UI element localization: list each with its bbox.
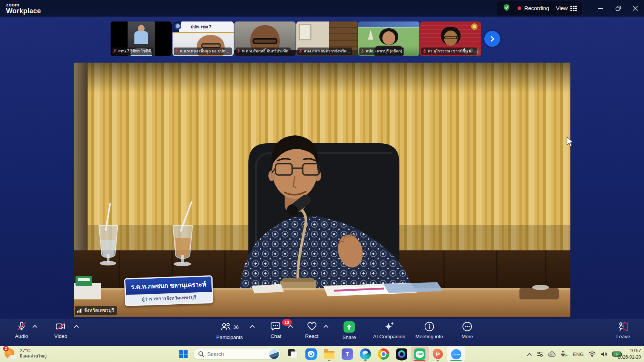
- windows-logo-icon: [179, 350, 188, 359]
- edge-button[interactable]: [356, 347, 374, 362]
- chat-icon: [271, 321, 281, 331]
- participant-name: พ.ต.ท.สัมฤทธิ์ จันทร์ประทัด: [242, 48, 288, 54]
- task-view-icon: [287, 348, 299, 360]
- task-view-button[interactable]: [284, 347, 302, 362]
- meeting-info-label: Meeting info: [415, 334, 443, 339]
- participant-thumbnail[interactable]: สทน.7 ฐิติพร โชติดี: [111, 21, 172, 56]
- participants-options-caret[interactable]: [250, 325, 255, 328]
- leave-button[interactable]: Leave: [616, 321, 630, 339]
- participant-filmstrip: สทน.7 ฐิติพร โชติดี ปปท. เขต 7 พ.ต.ท.ทนง…: [111, 21, 481, 56]
- speaker-icon[interactable]: [601, 351, 607, 357]
- quick-settings-icon[interactable]: [537, 351, 543, 357]
- line-button[interactable]: LINE: [411, 347, 429, 362]
- share-label: Share: [342, 334, 356, 340]
- more-button[interactable]: More: [462, 321, 473, 339]
- more-label: More: [462, 334, 473, 339]
- mic-muted-icon: [175, 49, 179, 53]
- weather-temperature: 27°C: [20, 348, 46, 354]
- windows-taskbar: 2 27°C มีแดดส่วนใหญ่ O: [0, 346, 644, 362]
- mic-muted-icon: [237, 49, 241, 53]
- react-options-caret[interactable]: [324, 325, 328, 328]
- speaker-nameplate: ร.ต.ท.ภพชนก ชลานุเคราะห์ ผู้ว่าราชการจัง…: [124, 275, 213, 306]
- file-explorer-button[interactable]: [320, 347, 338, 362]
- taskbar-search[interactable]: [193, 348, 281, 360]
- video-button[interactable]: Video: [54, 321, 67, 339]
- zoom-app-button[interactable]: zoom: [447, 347, 465, 362]
- restore-button[interactable]: [609, 0, 627, 17]
- teams-button[interactable]: T: [338, 347, 356, 362]
- chat-button[interactable]: Chat: [271, 321, 282, 339]
- agency-banner-text: ปปท. เขต 7: [191, 23, 211, 30]
- search-input[interactable]: [207, 351, 264, 357]
- view-button[interactable]: View: [556, 5, 577, 11]
- chrome-button[interactable]: [374, 347, 393, 362]
- camera-muted-icon: [55, 321, 66, 331]
- mic-muted-icon: [361, 49, 365, 53]
- powerpoint-button[interactable]: P: [429, 347, 447, 362]
- participant-thumbnail[interactable]: ปปท. เขต 7 พ.ต.ท.ทนง เพิ่มพูล ผอ.ปปท.เข.…: [173, 21, 234, 56]
- search-highlight-image[interactable]: [269, 349, 279, 359]
- video-options-caret[interactable]: [74, 325, 79, 328]
- brand-workplace: Workplace: [6, 8, 41, 14]
- weather-alert-badge: 2: [3, 346, 9, 351]
- participant-thumbnail[interactable]: สนง.สภาเกษตรกรจังหวัด...: [296, 21, 357, 56]
- outlook-icon: O: [305, 348, 317, 360]
- signal-bars-icon: [77, 308, 82, 313]
- start-button[interactable]: [178, 349, 189, 359]
- participants-button[interactable]: 36 Participants: [216, 321, 243, 340]
- teams-icon: T: [342, 348, 353, 360]
- weather-widget[interactable]: 2 27°C มีแดดส่วนใหญ่: [5, 347, 46, 359]
- mouse-cursor: [566, 137, 575, 148]
- webex-button[interactable]: [393, 347, 411, 362]
- agency-logo-icon: [174, 23, 181, 30]
- share-screen-icon: [344, 321, 355, 333]
- heart-icon: [307, 321, 317, 331]
- ai-sparkle-icon: [384, 321, 395, 332]
- minimize-button[interactable]: [592, 0, 609, 17]
- participant-name: สนง.สภาเกษตรกรจังหวัด...: [304, 48, 350, 54]
- participant-thumbnail[interactable]: ดร.อุไรวรรณ เชาวน์ชื่น ผ...: [420, 21, 481, 56]
- next-participants-button[interactable]: [484, 31, 500, 47]
- onedrive-cloud-icon[interactable]: [548, 351, 556, 357]
- powerpoint-icon: P: [432, 348, 444, 360]
- search-icon: [198, 351, 204, 357]
- weather-sun-icon: 2: [5, 347, 17, 359]
- taskbar-clock[interactable]: 10:57 2026-01-20: [618, 348, 641, 360]
- participants-icon: [220, 322, 231, 332]
- webex-icon: [396, 348, 407, 360]
- react-button[interactable]: React: [305, 321, 318, 339]
- speaker-location-name: จังหวัดเพชรบุรี: [84, 307, 114, 314]
- taskbar-app-icons: O T LINE: [284, 347, 465, 362]
- audio-options-caret[interactable]: [32, 325, 37, 328]
- audio-button[interactable]: Audio: [15, 321, 28, 339]
- system-tray: ENG: [527, 346, 622, 362]
- main-speaker-video[interactable]: ร.ต.ท.ภพชนก ชลานุเคราะห์ ผู้ว่าราชการจัง…: [74, 63, 570, 317]
- security-shield-icon[interactable]: [502, 3, 511, 13]
- meeting-info-button[interactable]: Meeting info: [415, 321, 443, 339]
- participant-thumbnail[interactable]: พ.ต.ท.สัมฤทธิ์ จันทร์ประทัด: [234, 21, 296, 56]
- share-button[interactable]: Share: [342, 321, 356, 340]
- mic-muted-icon: [422, 49, 427, 53]
- input-language[interactable]: ENG: [573, 351, 584, 357]
- clock-date: 2026-01-20: [618, 354, 641, 360]
- participant-thumbnail[interactable]: ศปจ. เพชรบุรี (สุธิดา): [358, 21, 419, 56]
- info-icon: [424, 321, 434, 332]
- participant-name-tag: ศปจ. เพชรบุรี (สุธิดา): [359, 48, 404, 55]
- participant-name: ดร.อุไรวรรณ เชาวน์ชื่น ผ...: [428, 48, 475, 54]
- ai-companion-label: AI Companion: [373, 334, 405, 339]
- participant-name-tag: สทน.7 ฐิติพร โชติดี: [112, 48, 153, 55]
- outlook-button[interactable]: O: [302, 347, 320, 362]
- participant-name-tag: สนง.สภาเกษตรกรจังหวัด...: [297, 48, 352, 55]
- app-logo: zoom Workplace: [6, 2, 41, 14]
- participant-name-tag: พ.ต.ท.ทนง เพิ่มพูล ผอ.ปปท.เข...: [174, 48, 232, 55]
- mic-in-use-icon[interactable]: [561, 351, 568, 357]
- close-button[interactable]: [627, 0, 644, 17]
- leave-door-icon: [618, 321, 629, 332]
- line-icon: LINE: [414, 348, 425, 360]
- college-emblem-icon: [471, 23, 478, 30]
- tray-overflow-chevron[interactable]: [527, 353, 532, 356]
- wifi-icon[interactable]: [589, 351, 596, 357]
- zoom-workplace-window: zoom Workplace Recording View: [0, 0, 644, 362]
- participant-name: ศปจ. เพชรบุรี (สุธิดา): [366, 48, 402, 54]
- ai-companion-button[interactable]: AI Companion: [373, 321, 405, 339]
